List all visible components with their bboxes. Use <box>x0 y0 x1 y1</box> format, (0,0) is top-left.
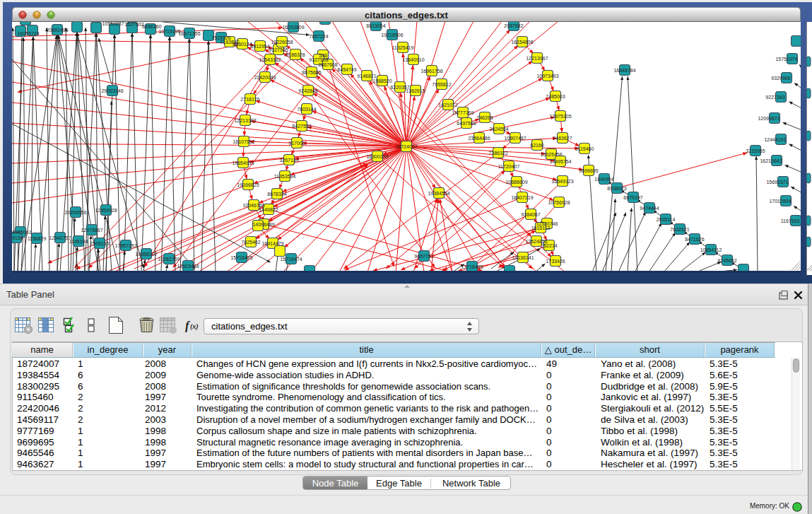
svg-text:16033809: 16033809 <box>282 25 304 30</box>
svg-text:1615112: 1615112 <box>531 226 551 230</box>
svg-text:9699695: 9699695 <box>579 168 598 173</box>
svg-text:10654112: 10654112 <box>700 247 722 252</box>
svg-text:10719195: 10719195 <box>158 29 180 34</box>
svg-text:10807487: 10807487 <box>504 136 526 141</box>
svg-text:39154: 39154 <box>12 235 23 240</box>
svg-text:20206556: 20206556 <box>64 210 86 215</box>
svg-text:16782759: 16782759 <box>158 257 180 262</box>
svg-text:9327505: 9327505 <box>269 47 288 52</box>
svg-text:12975105: 12975105 <box>549 114 571 119</box>
svg-text:9384067: 9384067 <box>521 212 540 217</box>
svg-text:20891406: 20891406 <box>46 28 68 33</box>
svg-text:10553287: 10553287 <box>102 22 124 26</box>
svg-text:1527602: 1527602 <box>124 22 143 27</box>
svg-text:7485003: 7485003 <box>546 94 565 99</box>
svg-text:15716474: 15716474 <box>280 257 302 262</box>
svg-text:8912954: 8912954 <box>250 44 269 49</box>
svg-text:14136141: 14136141 <box>512 255 534 260</box>
svg-text:1362615: 1362615 <box>406 88 425 93</box>
svg-text:1156829: 1156829 <box>28 236 47 241</box>
svg-text:12359928: 12359928 <box>95 208 117 213</box>
svg-text:15692371: 15692371 <box>766 180 788 185</box>
svg-text:19384554: 19384554 <box>428 191 449 196</box>
svg-text:16107552: 16107552 <box>233 139 254 144</box>
svg-text:1621072: 1621072 <box>438 103 457 107</box>
svg-text:3215955: 3215955 <box>746 148 765 153</box>
svg-text:19166825: 19166825 <box>237 182 259 187</box>
svg-text:10958107: 10958107 <box>135 252 157 257</box>
svg-text:9115460: 9115460 <box>575 146 594 151</box>
svg-text:9327508: 9327508 <box>309 57 328 62</box>
svg-text:13640910: 13640910 <box>402 57 424 62</box>
svg-text:7857224: 7857224 <box>309 34 328 39</box>
svg-text:29053346: 29053346 <box>101 88 123 93</box>
svg-text:18485061: 18485061 <box>12 230 32 235</box>
svg-text:7625402: 7625402 <box>241 240 260 245</box>
svg-text:8454749: 8454749 <box>337 67 356 72</box>
svg-text:3267130: 3267130 <box>279 158 298 163</box>
svg-text:9242848: 9242848 <box>298 88 317 93</box>
svg-text:8660124: 8660124 <box>233 42 252 47</box>
svg-text:9657791: 9657791 <box>414 254 433 259</box>
svg-text:19218506: 19218506 <box>381 33 403 37</box>
svg-text:2718176: 2718176 <box>240 97 259 102</box>
svg-text:19654933: 19654933 <box>232 160 254 165</box>
svg-text:6466160: 6466160 <box>142 24 161 29</box>
svg-text:11720407: 11720407 <box>498 164 520 169</box>
svg-text:13718485: 13718485 <box>461 264 483 269</box>
svg-text:16055724: 16055724 <box>17 31 39 36</box>
svg-text:3624554: 3624554 <box>489 127 508 132</box>
svg-text:2867608: 2867608 <box>318 62 337 67</box>
svg-text:62160: 62160 <box>530 143 544 148</box>
svg-text:16549123: 16549123 <box>551 179 573 184</box>
svg-text:8813054: 8813054 <box>366 23 385 28</box>
svg-text:9245652: 9245652 <box>717 258 736 263</box>
svg-text:11325419: 11325419 <box>392 45 414 50</box>
svg-text:16154808: 16154808 <box>511 40 533 45</box>
svg-text:10543382: 10543382 <box>259 57 281 62</box>
svg-text:9463627: 9463627 <box>553 136 572 141</box>
svg-text:1588520: 1588520 <box>372 78 392 83</box>
svg-text:9474444: 9474444 <box>640 206 659 211</box>
svg-text:8471626: 8471626 <box>685 237 704 242</box>
svg-text:15751074: 15751074 <box>775 57 797 62</box>
svg-text:1733426: 1733426 <box>546 259 565 264</box>
svg-text:917006: 917006 <box>288 141 305 146</box>
svg-text:8675685: 8675685 <box>302 70 321 75</box>
svg-text:9146821: 9146821 <box>357 74 376 78</box>
svg-text:7386322: 7386322 <box>488 151 507 156</box>
svg-text:23564486: 23564486 <box>468 136 490 141</box>
svg-text:1449822: 1449822 <box>259 207 278 212</box>
svg-text:13226058: 13226058 <box>271 40 293 45</box>
svg-text:9227343: 9227343 <box>765 95 784 100</box>
svg-text:14495754: 14495754 <box>549 159 571 164</box>
svg-text:9329966: 9329966 <box>771 76 790 81</box>
svg-text:(x): (x) <box>190 322 199 331</box>
svg-text:2935114: 2935114 <box>657 217 676 222</box>
svg-text:16914479: 16914479 <box>261 241 283 246</box>
svg-text:6497568: 6497568 <box>457 121 476 126</box>
svg-text:8938923: 8938923 <box>607 186 626 191</box>
svg-text:16210643: 16210643 <box>760 158 782 163</box>
svg-text:12213383: 12213383 <box>234 118 256 123</box>
svg-text:8678334: 8678334 <box>267 192 286 197</box>
svg-text:16671355: 16671355 <box>178 31 200 36</box>
svg-text:2087682: 2087682 <box>504 23 523 28</box>
svg-text:12942757: 12942757 <box>49 235 71 240</box>
svg-text:8427552: 8427552 <box>292 124 311 129</box>
svg-text:19777169: 19777169 <box>452 110 473 115</box>
svg-text:12444191: 12444191 <box>764 137 786 142</box>
svg-text:11353594: 11353594 <box>274 174 296 179</box>
svg-text:12975867: 12975867 <box>81 228 102 233</box>
svg-text:18724007: 18724007 <box>395 144 417 149</box>
svg-text:10973493: 10973493 <box>536 74 558 78</box>
svg-text:16648784: 16648784 <box>613 68 635 73</box>
svg-text:7803144: 7803144 <box>297 107 316 112</box>
svg-text:12923448: 12923448 <box>177 264 199 269</box>
svg-text:252214: 252214 <box>541 243 557 248</box>
svg-text:10688609: 10688609 <box>505 180 527 185</box>
svg-text:746266: 746266 <box>476 115 493 120</box>
svg-text:10025458: 10025458 <box>540 152 562 157</box>
svg-text:10756928: 10756928 <box>548 200 570 205</box>
svg-text:14098489: 14098489 <box>252 222 274 227</box>
